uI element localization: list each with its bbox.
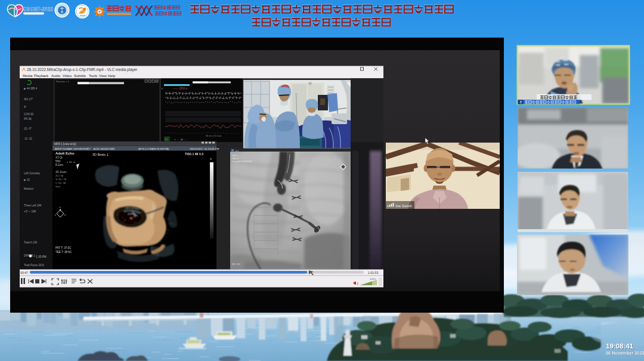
svg-text:TEE T: 38 6C: TEE T: 38 6C (55, 251, 72, 254)
svg-text:COS 93: COS 93 (24, 113, 34, 116)
svg-text:APOLLO MAIN HOSPITAL: APOLLO MAIN HOSPITAL (138, 147, 170, 150)
svg-text:8°: 8° (24, 106, 27, 109)
svg-text:—— 2856 ▾: —— 2856 ▾ (173, 87, 188, 90)
svg-text:View: View (99, 74, 107, 78)
svg-text:100%: 100% (370, 277, 376, 280)
svg-text:Tools: Tools (89, 74, 97, 78)
svg-text:Medium: Medium (24, 187, 33, 190)
svg-text:(()) -3°: (()) -3° (24, 127, 32, 130)
svg-text:1:35 PM: 1:35 PM (36, 255, 47, 258)
svg-text:ARUP KUMAR CHOWDHURY ACID 8: ARUP KUMAR CHOWDHURY ACID 8004671881 (55, 147, 115, 150)
svg-text:▶ 15: ▶ 15 (24, 178, 30, 181)
svg-text:19:08:41: 19:08:41 (606, 343, 634, 350)
svg-text:Adult Echo: Adult Echo (55, 152, 75, 155)
svg-text:MFR 1 [view only]: MFR 1 [view only] (54, 143, 76, 146)
svg-text:28/10/2022 01:23:45 PM: 28/10/2022 01:23:45 PM (190, 147, 219, 150)
svg-text:PAT T: 37.0C: PAT T: 37.0C (55, 246, 72, 249)
svg-text:+O ∿ 198: +O ∿ 198 (24, 210, 36, 213)
svg-text:Live: Live (235, 150, 239, 152)
svg-text:C 50 / 30: C 50 / 30 (55, 181, 66, 184)
svg-text:% 35 / 79: % 35 / 79 (55, 178, 67, 181)
svg-text:Video: Video (63, 74, 72, 78)
svg-text:Subtitle: Subtitle (74, 74, 86, 78)
svg-text:R: R (162, 88, 163, 90)
svg-text:Sai Satish: Sai Satish (395, 203, 412, 208)
svg-text:3D Beats 1: 3D Beats 1 (92, 153, 109, 156)
svg-text:3D Zoom: 3D Zoom (55, 171, 67, 174)
svg-text:30 mm 25 4 sec: 30 mm 25 4 sec (206, 135, 222, 137)
svg-text:15 fps AO 28/10/2022: 15 fps AO 28/10/2022 (232, 161, 252, 163)
svg-text:Audio: Audio (51, 74, 61, 78)
svg-text:28.10.2022.MitraClip-Arup-x-1-: 28.10.2022.MitraClip-Arup-x-1-Clip-FMR.m… (27, 67, 138, 72)
svg-text:20 / 30: 20 / 30 (55, 174, 64, 177)
svg-text:SVt 17°: SVt 17° (24, 98, 33, 101)
svg-text:1:01:53: 1:01:53 (368, 271, 378, 274)
svg-text:X7-2t: X7-2t (55, 156, 63, 159)
svg-text:Revision x 1: Revision x 1 (56, 80, 70, 83)
svg-text:PR 38: PR 38 (24, 118, 32, 121)
svg-text:Total A 139: Total A 139 (24, 241, 38, 244)
svg-text:5Hz: 5Hz (55, 160, 61, 163)
svg-text:-11 -21: -11 -21 (24, 137, 32, 140)
svg-text:CSCSF-2022: CSCSF-2022 (23, 6, 53, 12)
svg-text:50:47: 50:47 (20, 271, 28, 274)
svg-text:Three Left 194: Three Left 194 (24, 204, 42, 207)
svg-text:Help: Help (108, 74, 116, 78)
svg-text:8.2cm: 8.2cm (55, 163, 63, 166)
svg-text:x 65 m: x 65 m (67, 161, 76, 163)
svg-text:∿ ‥‥ ▤ ‥‥‥: ∿ ‥‥ ▤ ‥‥‥ (174, 138, 188, 141)
svg-text:G: G (59, 206, 61, 209)
svg-text:Media: Media (23, 74, 33, 78)
svg-text:TIS0.1 MI 0.3: TIS0.1 MI 0.3 (185, 152, 203, 156)
svg-text:R: R (64, 214, 66, 217)
svg-text:Gen: Gen (55, 185, 61, 188)
svg-text:CAU 2: CAU 2 (232, 158, 239, 160)
svg-text:▶ 44 385 4: ▶ 44 385 4 (24, 87, 38, 90)
svg-text:26 November 2022: 26 November 2022 (606, 350, 644, 356)
svg-text:LAO 2: LAO 2 (232, 155, 238, 157)
svg-text:M: M (210, 158, 212, 161)
svg-text:SID: 110: SID: 110 (232, 263, 240, 266)
svg-text:Left Coronary: Left Coronary (24, 172, 41, 175)
svg-text:Total Fluoro 20.8: Total Fluoro 20.8 (24, 264, 44, 267)
svg-text:67: 67 (165, 138, 168, 141)
svg-text:Playback: Playback (34, 74, 49, 78)
